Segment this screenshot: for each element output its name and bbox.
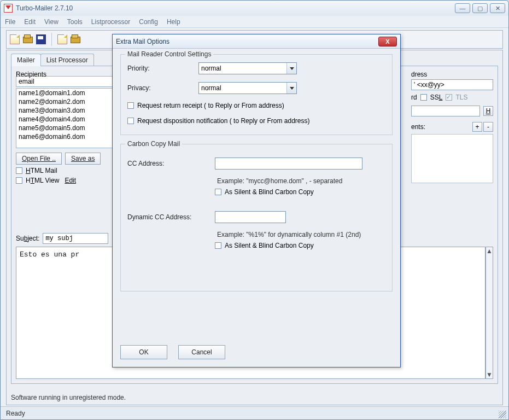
dynamic-cc-input[interactable] [215, 211, 286, 223]
priority-select[interactable]: normal [198, 62, 297, 74]
cc-address-label: CC Address: [127, 160, 215, 167]
vertical-scrollbar[interactable]: ▲ ▼ [485, 247, 493, 379]
tab-listprocessor[interactable]: List Processor [40, 54, 94, 66]
address-label: dress [411, 71, 493, 78]
ssl-checkbox[interactable] [420, 94, 427, 101]
maximize-button[interactable]: ▢ [472, 3, 488, 13]
scroll-down-icon[interactable]: ▼ [486, 371, 493, 378]
inner-status: Software running in unregistered mode. [11, 394, 126, 401]
menu-tools[interactable]: Tools [67, 18, 83, 26]
ssl-label: SSL [430, 94, 443, 101]
menu-listprocessor[interactable]: Listprocessor [91, 18, 130, 26]
titlebar: Turbo-Mailer 2.7.10 — ▢ ✕ [1, 1, 508, 16]
new2-icon[interactable] [57, 34, 67, 44]
open-icon[interactable] [23, 34, 33, 44]
close-button[interactable]: ✕ [490, 3, 505, 13]
privacy-select[interactable]: normal [198, 82, 297, 94]
recipients-label: Recipients [16, 71, 46, 78]
menu-view[interactable]: View [44, 18, 58, 26]
menu-edit[interactable]: Edit [24, 18, 36, 26]
menu-config[interactable]: Config [139, 18, 158, 26]
list-item[interactable]: name2@domain2.dom [16, 97, 114, 106]
recipients-header[interactable]: email [16, 76, 114, 87]
attachments-list[interactable] [411, 134, 493, 183]
html-mail-checkbox[interactable]: HTML Mail [16, 167, 114, 174]
return-receipt-label: Request return receipt ( to Reply or Fro… [137, 102, 284, 109]
rd-label: rd [411, 94, 417, 101]
carbon-copy-group: Carbon Copy Mail CC Address: Example: "m… [120, 144, 393, 291]
tls-checkbox [446, 94, 452, 101]
dynamic-cc-blind-label: As Silent & Blind Carbon Copy [225, 242, 314, 249]
return-receipt-checkbox[interactable]: Request return receipt ( to Reply or Fro… [127, 102, 385, 109]
open2-icon[interactable] [71, 34, 80, 44]
statusbar: Ready [1, 406, 508, 419]
dropdown-arrow-icon[interactable] [286, 63, 296, 74]
html-view-checkbox[interactable]: HTML View Edit [16, 177, 114, 184]
open-file-button[interactable]: Open File .. [16, 153, 62, 165]
list-item[interactable]: name6@domain6.dom [16, 132, 114, 141]
dialog-close-button[interactable]: X [378, 37, 397, 46]
right-panel: dress rd SSL TLS H ents: + - [411, 71, 493, 183]
menubar: File Edit View Tools Listprocessor Confi… [1, 16, 508, 28]
app-icon [4, 4, 13, 13]
cc-blind-label: As Silent & Blind Carbon Copy [225, 188, 314, 196]
menu-file[interactable]: File [5, 18, 15, 26]
list-item[interactable]: name1@domain1.dom [16, 89, 114, 97]
subject-input[interactable] [43, 233, 108, 244]
minimize-button[interactable]: — [455, 3, 470, 13]
dynamic-cc-blind-checkbox[interactable]: As Silent & Blind Carbon Copy [215, 242, 385, 249]
menu-help[interactable]: Help [167, 18, 180, 26]
cancel-button[interactable]: Cancel [178, 345, 225, 359]
dynamic-cc-label: Dynamic CC Address: [127, 213, 215, 221]
save-icon[interactable] [36, 34, 46, 44]
status-text: Ready [6, 410, 25, 417]
ok-button[interactable]: OK [120, 345, 167, 359]
window-title: Turbo-Mailer 2.7.10 [16, 4, 455, 12]
address-input[interactable] [411, 79, 493, 90]
plus-button[interactable]: + [472, 122, 482, 132]
disposition-label: Request disposition notification ( to Re… [137, 117, 309, 125]
dialog-title: Extra Mail Options [116, 38, 378, 45]
toolbar-separator [51, 33, 52, 46]
dynamic-cc-example: Example: "%1%" for dynamically column #1… [217, 231, 385, 238]
dropdown-arrow-icon[interactable] [286, 83, 296, 94]
new-icon[interactable] [10, 34, 20, 44]
tab-mailer[interactable]: Mailer [11, 54, 41, 66]
field-input[interactable] [411, 106, 480, 116]
minus-button[interactable]: - [483, 122, 493, 132]
cc-blind-checkbox[interactable]: As Silent & Blind Carbon Copy [215, 188, 385, 196]
disposition-checkbox[interactable]: Request disposition notification ( to Re… [127, 117, 385, 125]
cc-example: Example: "mycc@home.dom" , - separated [217, 177, 385, 185]
list-item[interactable]: name5@domain5.dom [16, 124, 114, 132]
priority-value: normal [201, 65, 221, 72]
h-button[interactable]: H [483, 106, 493, 116]
edit-link[interactable]: Edit [65, 177, 76, 184]
save-as-button[interactable]: Save as [65, 153, 101, 165]
subject-label: Subject: [16, 235, 39, 242]
cc-address-input[interactable] [215, 158, 362, 170]
group-title: Carbon Copy Mail [125, 140, 182, 148]
list-item[interactable]: name3@domain3.dom [16, 106, 114, 115]
recipients-list[interactable]: name1@domain1.dom name2@domain2.dom name… [16, 88, 114, 148]
scroll-up-icon[interactable]: ▲ [486, 247, 493, 255]
ents-label: ents: [411, 123, 425, 131]
list-item[interactable]: name4@domain4.dom [16, 115, 114, 124]
extra-mail-options-dialog: Extra Mail Options X Mail Reader Control… [112, 34, 401, 368]
mail-reader-group: Mail Reader Control Settings Priority: n… [120, 54, 393, 135]
priority-label: Priority: [127, 65, 198, 72]
privacy-label: Privacy: [127, 84, 198, 92]
tls-label: TLS [455, 94, 467, 101]
group-title: Mail Reader Control Settings [125, 50, 213, 58]
privacy-value: normal [201, 84, 221, 92]
resize-grip-icon[interactable] [499, 411, 506, 418]
